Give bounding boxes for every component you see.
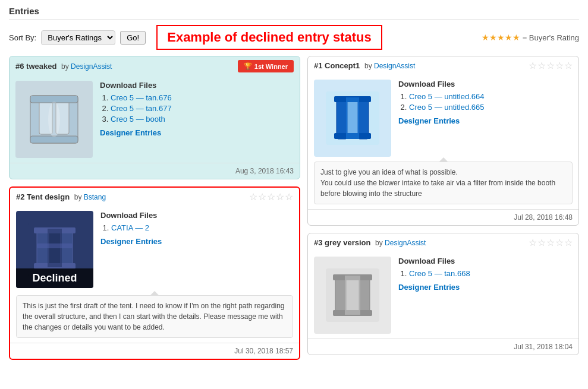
star-3[interactable]: ☆	[546, 237, 555, 248]
svg-rect-20	[335, 276, 346, 315]
toolbar: Sort By: Buyer's Ratings Go! Example of …	[9, 25, 579, 50]
star-1[interactable]: ☆	[249, 191, 257, 203]
entry-card-3: #3 grey version by DesignAssist ☆ ☆ ☆ ☆ …	[307, 233, 579, 355]
download-list-2: CATIA — 2	[100, 223, 293, 232]
download-list-3: Creo 5 — tan.668	[398, 269, 573, 278]
download-list-6: Creo 5 — tan.676 Creo 5 — tan.677 Creo 5…	[100, 93, 294, 124]
star-rating-1: ☆ ☆ ☆ ☆ ☆	[529, 60, 573, 71]
thumb-svg-3	[320, 263, 385, 328]
download-list-1: Creo 5 — untitled.664 Creo 5 — untitled.…	[398, 92, 573, 112]
entry-thumb-2: Declined	[16, 211, 93, 288]
file-link[interactable]: Creo 5 — tan.677	[111, 104, 172, 113]
declined-overlay: Declined	[16, 268, 93, 288]
designer-link-6[interactable]: DesignAssist	[71, 62, 112, 71]
file-link[interactable]: Creo 5 — untitled.664	[409, 92, 484, 101]
svg-rect-18	[346, 97, 359, 139]
comment-box-2: This is just the first draft of the tent…	[16, 295, 293, 338]
designer-link-2[interactable]: Bstang	[84, 193, 106, 201]
entry-thumb-1	[314, 80, 391, 157]
designer-entries-link-2[interactable]: Designer Entries	[100, 237, 162, 246]
entry-num-label: #6	[15, 62, 24, 71]
entries-columns: #6 tweaked by DesignAssist 🏆 1st Winner	[9, 56, 579, 367]
winner-badge: 🏆 1st Winner	[238, 60, 294, 72]
svg-rect-14	[337, 97, 347, 139]
designer-entries-link-6[interactable]: Designer Entries	[100, 128, 161, 137]
svg-rect-12	[37, 243, 73, 248]
go-button[interactable]: Go!	[120, 31, 146, 45]
entry-header-1: #1 Concept1 by DesignAssist ☆ ☆ ☆ ☆ ☆	[308, 56, 578, 75]
file-item: Creo 5 — tan.676	[111, 93, 294, 102]
file-item: Creo 5 — tan.668	[409, 269, 573, 278]
star-1[interactable]: ☆	[529, 60, 537, 71]
svg-rect-24	[345, 276, 360, 315]
star-4[interactable]: ☆	[276, 191, 284, 203]
star-1[interactable]: ☆	[529, 237, 537, 248]
download-title-1: Download Files	[398, 80, 573, 88]
thumb-svg-6	[21, 87, 87, 152]
entry-header-2: #2 Tent design by Bstang ☆ ☆ ☆ ☆ ☆	[10, 188, 299, 206]
entry-footer-3: Jul 31, 2018 18:04	[308, 339, 578, 355]
entry-name-2: Tent design	[27, 192, 70, 201]
star-2[interactable]: ☆	[537, 237, 546, 248]
sort-select[interactable]: Buyer's Ratings	[41, 30, 115, 45]
file-link[interactable]: CATIA — 2	[111, 223, 149, 232]
entry-body-1: Download Files Creo 5 — untitled.664 Cre…	[308, 75, 578, 162]
file-link[interactable]: Creo 5 — tan.668	[409, 269, 470, 278]
entry-number-1: #1 Concept1 by DesignAssist	[314, 61, 415, 70]
star-5[interactable]: ☆	[564, 60, 573, 71]
file-link[interactable]: Creo 5 — untitled.665	[409, 103, 484, 112]
entry-by-6: by	[61, 62, 71, 71]
star-3[interactable]: ☆	[267, 191, 275, 203]
designer-entries-link-3[interactable]: Designer Entries	[398, 283, 460, 292]
entry-header-3: #3 grey version by DesignAssist ☆ ☆ ☆ ☆ …	[308, 233, 578, 252]
star-rating-3: ☆ ☆ ☆ ☆ ☆	[529, 237, 573, 248]
file-link[interactable]: Creo 5 — tan.676	[111, 93, 172, 102]
entry-by-2: by	[74, 193, 84, 201]
thumb-svg-1	[320, 86, 385, 151]
entry-details-6: Download Files Creo 5 — tan.676 Creo 5 —…	[100, 81, 294, 158]
star-2[interactable]: ☆	[537, 60, 546, 71]
star-5[interactable]: ☆	[285, 191, 293, 203]
entry-thumb-6	[15, 81, 93, 158]
left-column: #6 tweaked by DesignAssist 🏆 1st Winner	[9, 56, 300, 367]
buyer-rating-note: ★★★★★ = Buyer's Rating	[482, 33, 579, 42]
trophy-icon: 🏆	[244, 62, 252, 70]
file-item: Creo 5 — booth	[111, 115, 294, 124]
entry-footer-1: Jul 28, 2018 16:48	[308, 209, 578, 225]
designer-link-1[interactable]: DesignAssist	[374, 62, 415, 70]
star-2[interactable]: ☆	[258, 191, 266, 203]
entry-card-6: #6 tweaked by DesignAssist 🏆 1st Winner	[9, 56, 300, 179]
rating-note-text: = Buyer's Rating	[523, 33, 579, 42]
download-title-3: Download Files	[398, 257, 573, 265]
entry-number-6: #6 tweaked by DesignAssist	[15, 62, 112, 71]
download-title-2: Download Files	[100, 211, 293, 220]
designer-entries-link-1[interactable]: Designer Entries	[398, 116, 460, 125]
svg-rect-15	[358, 97, 369, 139]
entry-details-1: Download Files Creo 5 — untitled.664 Cre…	[398, 80, 573, 157]
svg-rect-21	[359, 276, 370, 315]
entry-details-2: Download Files CATIA — 2 Designer Entrie…	[100, 211, 293, 288]
star-3[interactable]: ☆	[546, 60, 555, 71]
star-rating-2: ☆ ☆ ☆ ☆ ☆	[249, 191, 293, 203]
file-item: Creo 5 — tan.677	[111, 104, 294, 113]
entry-num-label-2: #2	[16, 192, 24, 201]
entry-card-2: #2 Tent design by Bstang ☆ ☆ ☆ ☆ ☆	[9, 186, 300, 360]
file-item: Creo 5 — untitled.664	[409, 92, 573, 101]
right-column: #1 Concept1 by DesignAssist ☆ ☆ ☆ ☆ ☆	[307, 56, 579, 367]
svg-point-5	[48, 102, 60, 137]
entry-footer-2: Jul 30, 2018 18:57	[10, 343, 299, 359]
download-title-6: Download Files	[100, 81, 294, 90]
entry-name-6: tweaked	[26, 62, 56, 71]
example-banner: Example of declined entry status	[156, 25, 382, 50]
star-4[interactable]: ☆	[555, 60, 564, 71]
sort-label: Sort By:	[9, 33, 36, 42]
star-4[interactable]: ☆	[555, 237, 564, 248]
entry-card-1: #1 Concept1 by DesignAssist ☆ ☆ ☆ ☆ ☆	[307, 56, 579, 226]
star-5[interactable]: ☆	[564, 237, 573, 248]
file-link[interactable]: Creo 5 — booth	[111, 115, 165, 124]
entry-body-2: Declined Download Files CATIA — 2 Design…	[10, 206, 299, 293]
page-title: Entries	[9, 6, 579, 20]
rating-stars: ★★★★★	[482, 33, 520, 42]
page-wrapper: Entries Sort By: Buyer's Ratings Go! Exa…	[0, 0, 588, 373]
designer-link-3[interactable]: DesignAssist	[385, 239, 426, 247]
